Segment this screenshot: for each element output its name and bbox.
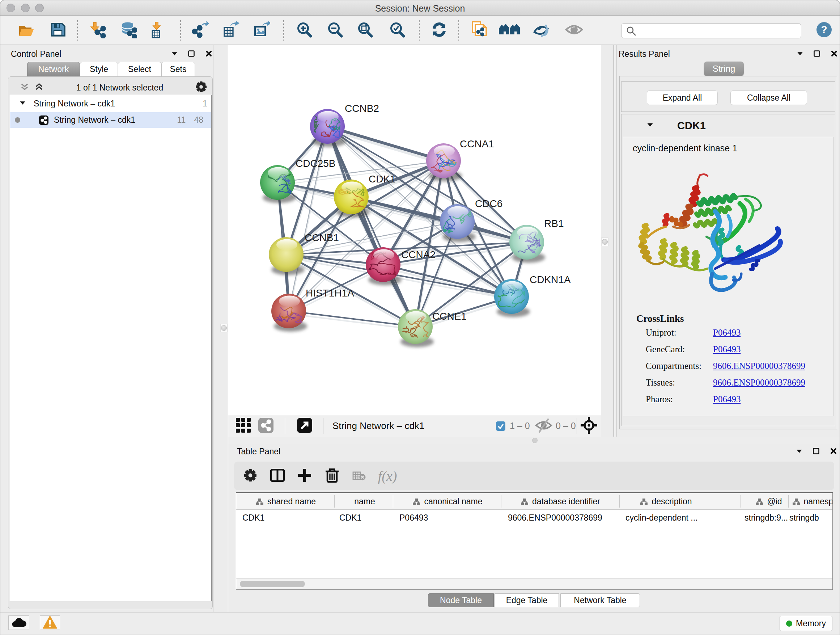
svg-text:CCNA2: CCNA2 xyxy=(401,249,436,260)
svg-text:CCNB2: CCNB2 xyxy=(345,103,379,114)
svg-text:CDKN1A: CDKN1A xyxy=(530,274,571,285)
svg-text:CDC25B: CDC25B xyxy=(295,158,335,169)
svg-text:CCNB1: CCNB1 xyxy=(305,232,339,243)
svg-text:RB1: RB1 xyxy=(544,218,564,229)
svg-text:HIST1H1A: HIST1H1A xyxy=(306,287,354,299)
svg-text:CDC6: CDC6 xyxy=(475,198,502,209)
svg-text:CCNE1: CCNE1 xyxy=(432,310,467,322)
svg-text:CDK1: CDK1 xyxy=(369,173,396,185)
svg-text:?: ? xyxy=(821,24,827,35)
svg-text:CCNA1: CCNA1 xyxy=(460,138,494,149)
